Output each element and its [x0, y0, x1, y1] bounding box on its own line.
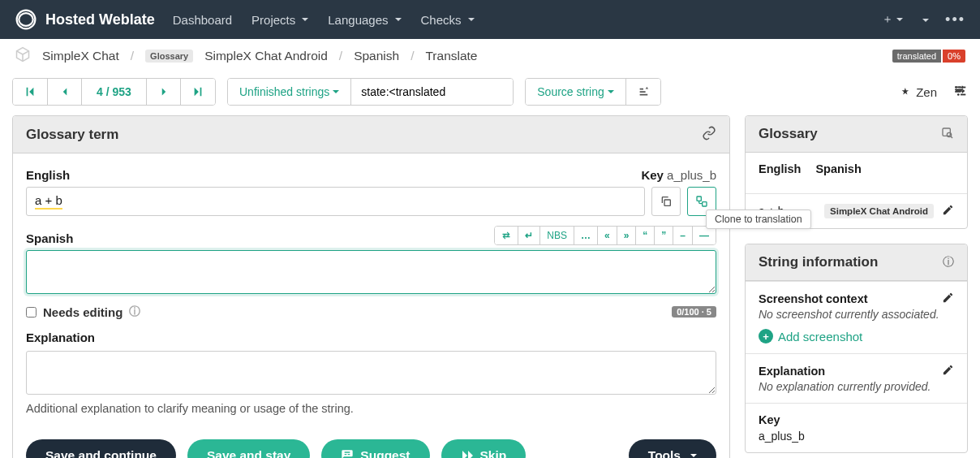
sort-button[interactable]	[626, 79, 660, 105]
toggle-direction-button[interactable]	[495, 227, 518, 244]
key-info-value: a_plus_b	[759, 430, 954, 443]
tools-dropdown[interactable]: Tools	[629, 439, 716, 458]
screenshot-edit-icon[interactable]	[942, 292, 954, 306]
needs-editing-label: Needs editing	[43, 305, 122, 319]
permalink-icon[interactable]	[702, 126, 716, 143]
glossary-chip: SimpleX Chat Android	[824, 204, 934, 218]
explanation-label: Explanation	[26, 331, 716, 344]
ldquo-button[interactable]: “	[636, 227, 655, 244]
source-string-box: a + b	[26, 187, 645, 216]
nav-languages[interactable]: Languages	[328, 13, 401, 27]
filter-dropdown[interactable]: Unfinished strings	[228, 79, 351, 105]
glossary-search-icon[interactable]	[941, 127, 954, 142]
screenshot-context-title: Screenshot context	[759, 292, 868, 305]
svg-rect-4	[956, 90, 962, 92]
svg-rect-7	[664, 200, 670, 205]
filter-query[interactable]	[351, 79, 513, 105]
explanation-input[interactable]	[26, 351, 716, 395]
key-label: Key	[641, 168, 664, 182]
brand-text: Hosted Weblate	[45, 11, 155, 28]
explanation-hint: Additional explanation to clarify meanin…	[26, 402, 716, 415]
add-screenshot-link[interactable]: + Add screenshot	[759, 329, 862, 344]
copy-button[interactable]	[651, 187, 681, 216]
explanation-info-desc: No explanation currently provided.	[759, 380, 954, 393]
explanation-info-title: Explanation	[759, 365, 825, 378]
save-continue-button[interactable]: Save and continue	[26, 439, 176, 458]
source-string-text: a + b	[35, 193, 62, 210]
breadcrumb-view: Translate	[425, 49, 477, 63]
source-language-label: English	[26, 168, 70, 182]
ndash-button[interactable]: –	[673, 227, 693, 244]
screenshot-desc: No screenshot currently associated.	[759, 308, 954, 321]
newline-button[interactable]: ↵	[518, 227, 540, 244]
svg-point-3	[962, 89, 965, 92]
nav-projects[interactable]: Projects	[251, 13, 308, 27]
component-icon	[15, 46, 31, 66]
glossary-edit-icon[interactable]	[942, 204, 954, 218]
save-stay-button[interactable]: Save and stay	[187, 439, 310, 458]
user-menu[interactable]	[919, 13, 929, 26]
laquo-button[interactable]: «	[598, 227, 617, 244]
needs-editing-checkbox[interactable]	[26, 307, 37, 318]
svg-rect-10	[943, 128, 950, 136]
nbs-button[interactable]: NBS	[540, 227, 574, 244]
glossary-lang-a: English	[759, 162, 801, 175]
breadcrumb-project[interactable]: SimpleX Chat	[42, 49, 119, 63]
rdquo-button[interactable]: ”	[655, 227, 673, 244]
settings-icon[interactable]	[953, 84, 968, 101]
svg-point-1	[955, 86, 957, 89]
svg-point-5	[957, 93, 960, 96]
ellipsis-button[interactable]: …	[574, 227, 598, 244]
breadcrumb-language[interactable]: Spanish	[354, 49, 399, 63]
glossary-badge: Glossary	[145, 50, 193, 63]
key-info-title: Key	[759, 413, 954, 426]
zen-mode[interactable]: Zen	[900, 85, 937, 99]
pager-last[interactable]	[181, 79, 215, 105]
translation-input[interactable]	[26, 250, 716, 294]
pager-next[interactable]	[147, 79, 181, 105]
clone-tooltip: Clone to translation	[706, 210, 811, 229]
glossary-panel-title: Glossary	[759, 126, 818, 142]
svg-rect-9	[703, 202, 707, 206]
pct-badge: 0%	[943, 50, 965, 63]
nav-checks[interactable]: Checks	[421, 13, 475, 27]
pager-first[interactable]	[13, 79, 48, 105]
editor-panel-title: Glossary term	[26, 127, 118, 143]
status-badge: translated	[892, 50, 941, 63]
explanation-edit-icon[interactable]	[942, 364, 954, 378]
breadcrumb-component[interactable]: SimpleX Chat Android	[204, 49, 328, 63]
brand[interactable]: Hosted Weblate	[15, 8, 155, 31]
skip-button[interactable]: Skip	[441, 439, 527, 458]
mdash-button[interactable]: —	[693, 227, 716, 244]
pager-prev[interactable]	[48, 79, 82, 105]
svg-rect-2	[958, 86, 965, 88]
pager-count: 4 / 953	[82, 79, 147, 105]
nav-dashboard[interactable]: Dashboard	[173, 13, 232, 27]
char-counter: 0/100 · 5	[672, 306, 716, 318]
key-value: a_plus_b	[667, 168, 716, 182]
string-info-icon[interactable]: ⓘ	[943, 255, 954, 270]
add-menu[interactable]: ＋	[882, 12, 903, 27]
info-icon[interactable]: ⓘ	[129, 305, 140, 319]
string-info-title: String information	[759, 254, 878, 270]
source-string-dropdown[interactable]: Source string	[526, 79, 625, 105]
more-menu[interactable]: •••	[945, 11, 965, 28]
raquo-button[interactable]: »	[617, 227, 637, 244]
pager: 4 / 953	[12, 78, 216, 106]
plus-icon: +	[759, 329, 773, 344]
svg-rect-8	[697, 197, 701, 201]
glossary-lang-b: Spanish	[815, 162, 861, 175]
suggest-button[interactable]: Suggest	[321, 439, 429, 458]
svg-rect-6	[961, 93, 965, 95]
target-language-label: Spanish	[26, 231, 73, 245]
